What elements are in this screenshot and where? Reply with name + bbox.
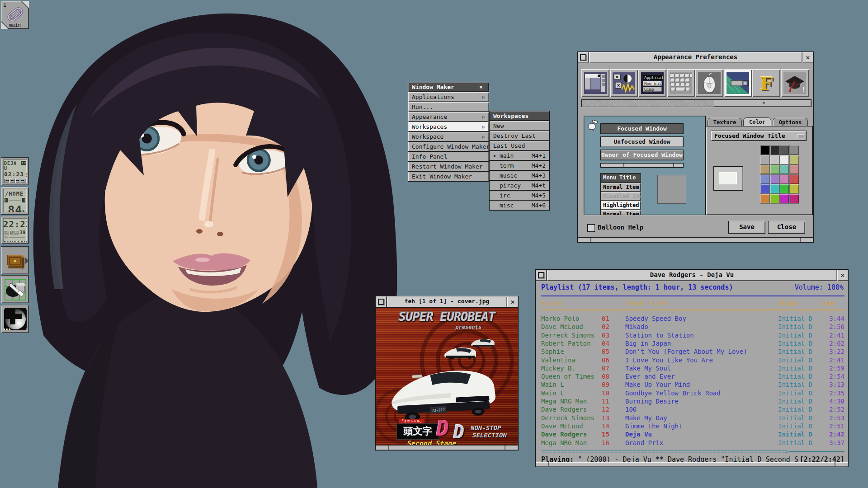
expert-icon[interactable]: ! (781, 69, 809, 97)
workspace-clip[interactable]: 1 main (1, 1, 29, 29)
preview-resizebar[interactable] (600, 163, 684, 168)
player-titlebar[interactable]: Dave Rodgers - Deja Vu ✕ (536, 270, 848, 281)
palette-swatch[interactable] (790, 165, 799, 174)
workspaces-menu-item-piracy[interactable]: piracyM4+t (489, 181, 550, 191)
track-row[interactable]: Wain L10Goodbye Yellow Brick RoadInitial… (536, 389, 848, 397)
disk-next-button[interactable]: → (22, 198, 25, 202)
prefs-titlebar[interactable]: Appearance Preferences ✕ (578, 52, 813, 63)
dockapp-config-tool[interactable] (1, 275, 29, 303)
prefs-resizebar[interactable] (578, 237, 813, 242)
close-button[interactable]: Close (768, 221, 805, 234)
track-row[interactable]: Mega NRG Man11Burning DesireInitial D4:3… (536, 397, 848, 405)
save-button[interactable]: Save (728, 221, 765, 234)
preview-icon-swatch[interactable] (657, 175, 686, 204)
palette-swatch[interactable] (760, 175, 769, 184)
menu-prefs-icon[interactable]: ApplicatiNew Entr|Gimp (638, 69, 666, 97)
prefs-miniaturize-button[interactable] (578, 52, 589, 63)
dockapp-music-player[interactable]: DEJA U 02:23 ⋮ 15 |◀◀ ◀◀ ▶▶ ▶▶| ▲ ▶ ❙❙ ■ (1, 157, 29, 185)
track-row[interactable]: Derreck Simons03Station to StationInitia… (536, 331, 848, 339)
selected-color-well[interactable] (713, 166, 743, 191)
tab-color[interactable]: Color (743, 117, 771, 127)
root-menu-item-configure-window-maker[interactable]: Configure Window Maker (408, 142, 489, 152)
root-menu-item-workspaces[interactable]: Workspaces▷ (408, 122, 489, 132)
track-row[interactable]: Dave McLoud02MikadoInitial D2:56 (536, 323, 848, 331)
preview-owner-titlebar[interactable]: Owner of Focused Window (600, 150, 684, 160)
palette-swatch[interactable] (780, 165, 789, 174)
palette-swatch[interactable] (770, 184, 779, 193)
feh-miniaturize-button[interactable] (376, 296, 387, 307)
font-icon[interactable]: F (752, 69, 780, 97)
preview-menu-item[interactable]: Highlighted (600, 201, 641, 210)
feh-image-view[interactable]: SUPER EUROBEAT presents (376, 308, 518, 446)
mouse-icon[interactable] (695, 69, 723, 97)
dockapp-sphere[interactable]: ▪▪▪ (1, 305, 29, 333)
palette-swatch[interactable] (760, 155, 769, 164)
preview-menu-item[interactable]: Normal Item (600, 210, 641, 215)
track-row[interactable]: Robert Patton04Big in JapanInitial D2:02 (536, 339, 848, 347)
palette-swatch[interactable] (770, 165, 779, 174)
palette-swatch[interactable] (790, 155, 799, 164)
balloon-help-checkbox[interactable] (587, 224, 595, 232)
player-close-button[interactable]: ✕ (837, 270, 848, 281)
track-row[interactable]: Dave Rodgers15Deja VuInitial D2:42 (536, 430, 848, 438)
palette-swatch[interactable] (760, 194, 769, 203)
palette-swatch[interactable] (760, 165, 769, 174)
root-menu-close-icon[interactable]: × (477, 82, 485, 92)
workspaces-menu-item-term[interactable]: termM4+2 (489, 161, 550, 171)
palette-swatch[interactable] (780, 175, 789, 184)
preview-unfocused-titlebar[interactable]: Unfocused Window (600, 136, 684, 147)
track-row[interactable]: Dave Rodgers12100Initial D2:52 (536, 405, 848, 413)
workspaces-menu-item-misc[interactable]: miscM4+6 (489, 201, 550, 211)
dockapp-disk-monitor[interactable]: /HOME ← → 84% (1, 187, 29, 215)
workspaces-menu-item-destroy-last[interactable]: Destroy Last (489, 131, 550, 141)
track-row[interactable]: Queen of Times08Ever and EverInitial D2:… (536, 372, 848, 380)
music-prev-button[interactable]: |◀◀ (4, 178, 9, 183)
root-menu-item-applications[interactable]: Applications▷ (408, 92, 489, 102)
music-ff-button[interactable]: ▶▶ (15, 178, 21, 183)
dockapp-clock[interactable]: 22:22 AM ALRM 39 PM SUN09JUL (1, 216, 29, 244)
window-focus-icon[interactable] (581, 69, 609, 97)
palette-swatch[interactable] (780, 184, 789, 193)
palette-swatch[interactable] (770, 155, 779, 164)
icon-strip-scrollbar-thumb[interactable] (714, 100, 811, 107)
workspaces-menu-item-new[interactable]: New (489, 121, 550, 131)
palette-swatch[interactable] (760, 184, 769, 193)
palette-swatch[interactable] (790, 194, 799, 203)
feh-titlebar[interactable]: feh [1 of 1] - cover.jpg ✕ (376, 296, 518, 308)
feh-close-button[interactable]: ✕ (507, 296, 518, 307)
preview-menu-item[interactable]: Disabled Item (600, 192, 641, 201)
palette-swatch[interactable] (770, 145, 779, 155)
player-resizebar[interactable] (536, 462, 848, 467)
root-menu-item-exit-window-maker[interactable]: Exit Window Maker (408, 172, 489, 182)
feh-resizebar[interactable] (376, 445, 518, 450)
root-menu-item-appearance[interactable]: Appearance▷ (408, 112, 489, 122)
track-row[interactable]: Dave McLoud14Gimme the NightInitial D2:5… (536, 422, 848, 430)
palette-swatch[interactable] (780, 194, 789, 203)
palette-swatch[interactable] (790, 175, 799, 184)
preview-focused-titlebar[interactable]: Focused Window (600, 123, 684, 134)
palette-swatch[interactable] (780, 155, 789, 164)
appearance-icon[interactable]: × (724, 69, 752, 97)
root-menu-item-workspace[interactable]: Workspace▷ (408, 132, 489, 142)
root-menu-item-restart-window-maker[interactable]: Restart Window Maker (408, 162, 489, 172)
track-row[interactable]: Sophie05Don't You (Forget About My Love)… (536, 347, 848, 356)
track-row[interactable]: Wain L09Make Up Your MindInitial D3:13 (536, 380, 848, 389)
track-row[interactable]: Mickey B.07Take My SoulInitial D2:59 (536, 364, 848, 372)
track-row[interactable]: Valentina06I Love You Like You AreInitia… (536, 356, 848, 364)
window-handling-icon[interactable]: ×× (610, 69, 638, 97)
prefs-close-button[interactable]: ✕ (802, 52, 813, 63)
palette-swatch[interactable] (790, 145, 799, 155)
root-menu-titlebar[interactable]: Window Maker × (408, 82, 489, 92)
palette-swatch[interactable] (780, 145, 789, 155)
palette-swatch[interactable] (770, 194, 779, 203)
tab-texture[interactable]: Texture (708, 118, 742, 127)
icon-strip-scrollbar[interactable] (581, 99, 811, 107)
root-menu-item-info-panel[interactable]: Info Panel (408, 152, 489, 162)
disk-prev-button[interactable]: ← (5, 198, 8, 202)
preview-menu-item[interactable]: Normal Item (600, 183, 641, 192)
keyboard-icon[interactable] (667, 69, 695, 97)
palette-swatch[interactable] (770, 175, 779, 184)
track-row[interactable]: Marko Polo01Speedy Speed BoyInitial D3:4… (536, 314, 848, 323)
root-menu-item-run[interactable]: Run... (408, 102, 489, 112)
player-miniaturize-button[interactable] (536, 270, 547, 281)
